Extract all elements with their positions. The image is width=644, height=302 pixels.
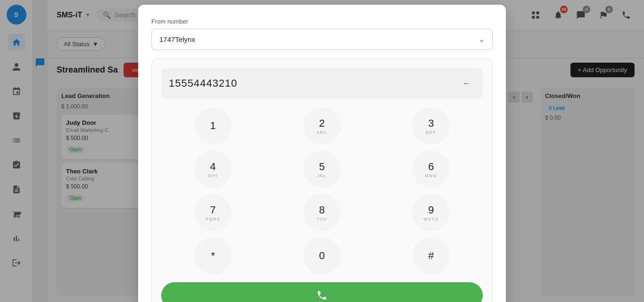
- dial-key-2[interactable]: 2ABC: [303, 107, 341, 145]
- dial-key-0[interactable]: 0: [303, 237, 341, 275]
- dial-key-3[interactable]: 3DEF: [412, 107, 450, 145]
- dial-key-*[interactable]: *: [194, 237, 232, 275]
- call-button[interactable]: [161, 282, 483, 302]
- chevron-down-icon: ⌄: [479, 35, 485, 44]
- dial-key-6[interactable]: 6MNO: [412, 150, 450, 188]
- dialpad-number: 15554443210: [169, 77, 238, 90]
- dial-key-4[interactable]: 4GHI: [194, 150, 232, 188]
- dialpad: 15554443210 ← 12ABC3DEF4GHI5JKL6MNO7PQRS…: [151, 58, 493, 302]
- modal-overlay[interactable]: From number 1747Telynx ⌄ 15554443210 ← 1…: [0, 0, 644, 302]
- from-number-label: From number: [151, 18, 493, 25]
- dial-key-1[interactable]: 1: [194, 107, 232, 145]
- backspace-button[interactable]: ←: [458, 75, 475, 92]
- dialpad-display: 15554443210 ←: [161, 68, 483, 98]
- dial-key-7[interactable]: 7PQRS: [194, 194, 232, 231]
- from-number-select[interactable]: 1747Telynx ⌄: [151, 29, 493, 50]
- dial-key-8[interactable]: 8TUV: [303, 194, 341, 231]
- dialpad-grid: 12ABC3DEF4GHI5JKL6MNO7PQRS8TUV9WXYZ*0#: [161, 107, 483, 275]
- dial-key-#[interactable]: #: [412, 237, 450, 275]
- dialer-modal: From number 1747Telynx ⌄ 15554443210 ← 1…: [138, 5, 506, 302]
- dial-key-5[interactable]: 5JKL: [303, 150, 341, 188]
- dial-key-9[interactable]: 9WXYZ: [412, 194, 450, 231]
